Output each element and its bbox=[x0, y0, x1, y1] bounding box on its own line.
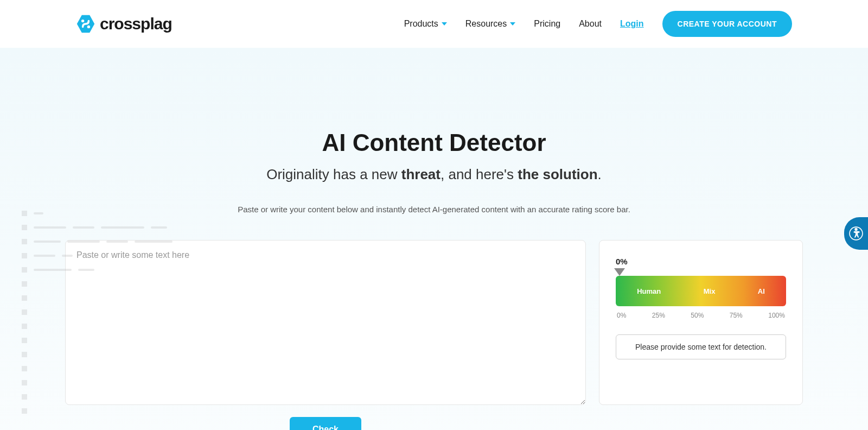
textarea-container: Check bbox=[65, 240, 586, 430]
nav-resources-label: Resources bbox=[465, 19, 507, 29]
logo-icon bbox=[76, 14, 95, 34]
svg-marker-3 bbox=[442, 22, 447, 26]
score-message: Please provide some text for detection. bbox=[616, 334, 786, 359]
svg-point-5 bbox=[854, 228, 857, 231]
chevron-down-icon bbox=[442, 21, 447, 27]
nav-products-label: Products bbox=[404, 19, 438, 29]
accessibility-icon bbox=[849, 226, 863, 241]
svg-marker-4 bbox=[510, 22, 515, 26]
tick-label: 0% bbox=[617, 312, 626, 319]
subtitle-bold: threat bbox=[401, 166, 441, 182]
page-header: crossplag Products Resources Pricing Abo… bbox=[0, 0, 868, 48]
nav-resources[interactable]: Resources bbox=[465, 19, 515, 29]
content-input[interactable] bbox=[65, 240, 586, 405]
nav-login[interactable]: Login bbox=[620, 19, 644, 29]
score-gradient-bar: Human Mix AI bbox=[616, 276, 786, 306]
svg-point-2 bbox=[87, 26, 90, 28]
page-subtitle: Originality has a new threat, and here's… bbox=[54, 166, 814, 183]
svg-point-1 bbox=[81, 20, 84, 22]
check-button[interactable]: Check bbox=[290, 417, 361, 430]
score-panel: 0% Human Mix AI 0% 25% 50% 75% 100% Plea… bbox=[599, 240, 803, 405]
nav-about[interactable]: About bbox=[579, 19, 602, 29]
nav-pricing-label: Pricing bbox=[534, 19, 560, 29]
score-value: 0% bbox=[616, 257, 786, 266]
label-ai: AI bbox=[758, 287, 765, 295]
hero-section: AI Content Detector Originality has a ne… bbox=[0, 48, 868, 430]
chevron-down-icon bbox=[510, 21, 515, 27]
logo[interactable]: crossplag bbox=[76, 14, 172, 34]
nav-login-label: Login bbox=[620, 19, 644, 29]
tick-row: 0% 25% 50% 75% 100% bbox=[616, 312, 786, 319]
nav-pricing[interactable]: Pricing bbox=[534, 19, 560, 29]
tick-label: 25% bbox=[652, 312, 665, 319]
label-mix: Mix bbox=[704, 287, 716, 295]
subtitle-text: Originality has a new bbox=[266, 166, 401, 182]
content-area: Check 0% Human Mix AI 0% 25% 50% 75% 100… bbox=[65, 240, 803, 430]
tick-label: 75% bbox=[730, 312, 743, 319]
label-human: Human bbox=[637, 287, 661, 295]
page-title: AI Content Detector bbox=[54, 129, 814, 156]
subtitle-text: . bbox=[598, 166, 602, 182]
logo-text: crossplag bbox=[100, 15, 172, 33]
instruction-text: Paste or write your content below and in… bbox=[54, 205, 814, 214]
tick-label: 100% bbox=[768, 312, 785, 319]
main-nav: Products Resources Pricing About Login C… bbox=[404, 11, 792, 37]
score-pointer-icon bbox=[614, 268, 625, 276]
tick-label: 50% bbox=[691, 312, 704, 319]
subtitle-text: , and here's bbox=[441, 166, 518, 182]
subtitle-bold: the solution bbox=[518, 166, 597, 182]
score-pointer-wrap bbox=[616, 268, 786, 276]
nav-about-label: About bbox=[579, 19, 602, 29]
create-account-button[interactable]: CREATE YOUR ACCOUNT bbox=[662, 11, 792, 37]
nav-products[interactable]: Products bbox=[404, 19, 447, 29]
accessibility-widget[interactable] bbox=[844, 217, 868, 250]
